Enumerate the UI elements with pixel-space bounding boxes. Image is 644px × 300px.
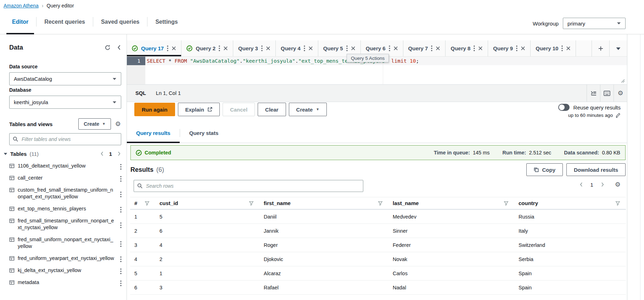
keyboard-shortcuts-icon[interactable] <box>600 85 614 102</box>
sidebar-table-item[interactable]: call_center <box>0 172 127 184</box>
filter-funnel-icon[interactable] <box>504 201 509 206</box>
data-source-select[interactable]: AwsDataCatalog <box>9 72 121 85</box>
filter-funnel-icon[interactable] <box>249 201 254 206</box>
create-button[interactable]: Create ▼ <box>78 118 111 130</box>
query-tab-query-8[interactable]: Query 8 <box>446 40 488 56</box>
new-query-tab-button[interactable] <box>592 40 609 57</box>
tab-editor[interactable]: Editor <box>4 14 36 34</box>
caret-down-icon[interactable] <box>4 153 7 155</box>
sidebar-table-item[interactable]: kj_delta_ext_nyctaxi_yellow <box>0 265 127 277</box>
page-prev-icon[interactable] <box>100 151 103 156</box>
query-tab-query-10[interactable]: Query 10 <box>531 40 576 56</box>
query-tab-actions-kebab-icon[interactable] <box>219 45 220 51</box>
sidebar-table-item[interactable]: custom_fred_small_timestamp_uniform_nonp… <box>0 184 127 203</box>
table-actions-kebab-icon[interactable] <box>120 191 122 197</box>
close-tab-icon[interactable] <box>436 46 440 51</box>
query-tabs-overflow-button[interactable] <box>609 40 627 57</box>
table-actions-kebab-icon[interactable] <box>120 241 122 247</box>
close-tab-icon[interactable] <box>266 46 270 51</box>
column-header-cust-id[interactable]: cust_id <box>155 197 259 209</box>
query-tab-actions-kebab-icon[interactable] <box>389 45 390 51</box>
table-actions-kebab-icon[interactable] <box>120 268 122 274</box>
results-page-number[interactable]: 1 <box>590 182 593 188</box>
query-tab-actions-kebab-icon[interactable] <box>561 45 563 51</box>
page-scrollbar[interactable] <box>640 0 640 300</box>
copy-button[interactable]: Copy <box>526 163 563 176</box>
query-tab-query-3[interactable]: Query 3 <box>233 40 276 56</box>
query-tab-actions-kebab-icon[interactable] <box>431 45 432 51</box>
column-header--[interactable]: # <box>130 197 155 209</box>
column-header-first-name[interactable]: first_name <box>259 197 388 209</box>
query-tab-actions-kebab-icon[interactable] <box>304 45 305 51</box>
table-actions-kebab-icon[interactable] <box>120 164 122 170</box>
run-again-button[interactable]: Run again <box>134 103 175 116</box>
tab-query-results[interactable]: Query results <box>127 123 180 143</box>
query-tab-label: Query 3 <box>238 45 258 51</box>
table-cell: Italy <box>514 224 626 238</box>
filter-funnel-icon[interactable] <box>145 201 150 206</box>
query-tab-query-17[interactable]: Query 17 <box>127 40 181 56</box>
close-tab-icon[interactable] <box>223 46 228 51</box>
close-tab-icon[interactable] <box>521 46 525 51</box>
close-tab-icon[interactable] <box>393 46 398 51</box>
cancel-button[interactable]: Cancel <box>223 103 255 116</box>
filter-funnel-icon[interactable] <box>378 201 383 206</box>
collapse-panel-icon[interactable] <box>117 45 121 50</box>
table-actions-kebab-icon[interactable] <box>120 207 122 213</box>
editor-resize-handle-icon[interactable] <box>620 78 625 83</box>
download-results-button[interactable]: Download results <box>566 163 626 176</box>
database-select[interactable]: keerthi_josyula <box>9 96 121 109</box>
table-actions-kebab-icon[interactable] <box>120 222 122 228</box>
sidebar-table-item[interactable]: fred_small_uniform_nonpart_ext_nyctaxi_y… <box>0 234 127 253</box>
page-next-icon[interactable] <box>601 182 604 187</box>
page-next-icon[interactable] <box>118 151 121 156</box>
reuse-results-toggle[interactable] <box>558 104 570 111</box>
query-tab-query-9[interactable]: Query 9 <box>488 40 531 56</box>
tab-saved-queries[interactable]: Saved queries <box>93 14 147 34</box>
tab-query-stats[interactable]: Query stats <box>180 123 228 143</box>
success-check-icon <box>136 150 142 156</box>
close-tab-icon[interactable] <box>308 46 313 51</box>
tab-recent-queries[interactable]: Recent queries <box>37 14 93 34</box>
refresh-icon[interactable] <box>105 45 111 51</box>
sidebar-table-item[interactable]: metadata <box>0 277 127 289</box>
sidebar-table-item[interactable]: fred_small_timestamp_uniform_nonpart_ext… <box>0 215 127 234</box>
workgroup-select[interactable]: primary <box>563 18 626 29</box>
close-tab-icon[interactable] <box>566 46 571 51</box>
table-actions-kebab-icon[interactable] <box>120 281 122 287</box>
query-tab-actions-kebab-icon[interactable] <box>346 45 348 51</box>
query-tab-actions-kebab-icon[interactable] <box>167 45 168 51</box>
query-tab-query-7[interactable]: Query 7 <box>403 40 446 56</box>
edit-pencil-icon[interactable] <box>615 113 621 118</box>
query-tab-query-2[interactable]: Query 2 <box>181 40 233 56</box>
tab-settings[interactable]: Settings <box>147 14 185 34</box>
column-header-last-name[interactable]: last_name <box>388 197 514 209</box>
tables-page-number[interactable]: 1 <box>109 151 112 157</box>
explain-button[interactable]: Explain <box>178 103 220 116</box>
table-actions-kebab-icon[interactable] <box>120 176 122 182</box>
sidebar-table-item[interactable]: fred_uniform_yearpart_ext_nyctaxi_yellow <box>0 253 127 265</box>
close-tab-icon[interactable] <box>478 46 483 51</box>
clear-button[interactable]: Clear <box>258 103 286 116</box>
search-rows-input[interactable] <box>134 180 363 192</box>
page-prev-icon[interactable] <box>579 182 583 187</box>
query-tab-actions-kebab-icon[interactable] <box>261 45 263 51</box>
query-tab-query-4[interactable]: Query 4 <box>276 40 318 56</box>
create-dropdown-button[interactable]: Create ▼ <box>289 103 327 116</box>
format-query-icon[interactable] <box>587 85 600 102</box>
results-settings-gear-icon[interactable]: ⚙ <box>615 181 621 188</box>
tables-settings-gear-icon[interactable]: ⚙ <box>115 121 121 127</box>
editor-settings-gear-icon[interactable]: ⚙ <box>614 85 627 102</box>
close-tab-icon[interactable] <box>172 46 176 51</box>
filter-tables-input[interactable] <box>9 133 121 145</box>
query-tab-actions-kebab-icon[interactable] <box>474 45 475 51</box>
filter-funnel-icon[interactable] <box>615 201 620 206</box>
sidebar-table-item[interactable]: 1106_deltaext_nyctaxi_yellow <box>0 160 127 172</box>
breadcrumb-athena-link[interactable]: Amazon Athena <box>4 3 39 9</box>
column-header-country[interactable]: country <box>514 197 626 209</box>
table-actions-kebab-icon[interactable] <box>120 256 122 262</box>
sidebar-table-item[interactable]: ext_top_mens_tennis_players <box>0 203 127 215</box>
tables-list: 1106_deltaext_nyctaxi_yellowcall_centerc… <box>0 160 127 289</box>
close-tab-icon[interactable] <box>351 46 355 51</box>
query-tab-actions-kebab-icon[interactable] <box>516 45 517 51</box>
